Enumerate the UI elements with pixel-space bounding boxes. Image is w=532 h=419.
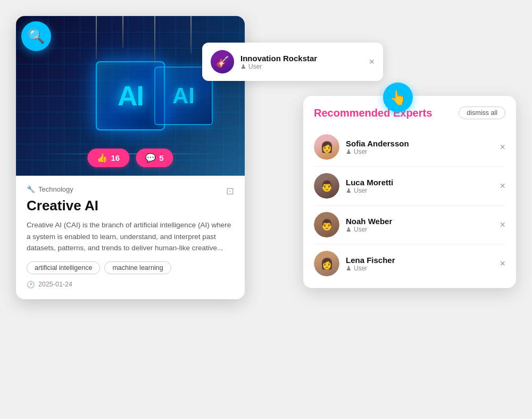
expert-info-sofia: Sofia Andersson ♟ User — [346, 139, 493, 155]
article-excerpt: Creative AI (CAI) is the branch of artif… — [27, 219, 234, 254]
expert-avatar-sofia: 👩 — [314, 134, 339, 160]
panel-title: Recommended Experts — [314, 107, 432, 119]
expert-role: ♟ User — [346, 148, 493, 155]
user-avatar: 🎸 — [211, 50, 234, 73]
article-title: Creative AI — [27, 198, 234, 214]
bookmark-icon[interactable]: ⊡ — [226, 185, 234, 197]
dismiss-expert-sofia[interactable]: × — [500, 142, 505, 152]
article-category: 🔧 Technology — [27, 185, 234, 193]
recommended-experts-panel: Recommended Experts dismiss all 👩 Sofia … — [303, 96, 516, 288]
search-icon: 🔍 — [28, 28, 45, 45]
article-tags: artificial intelligence machine learning — [27, 261, 234, 274]
user-info: Innovation Rockstar ♟ User — [240, 54, 362, 70]
wire-decoration — [154, 16, 155, 64]
user-role-icon: ♟ — [346, 226, 352, 233]
dismiss-all-button[interactable]: dismiss all — [459, 106, 505, 119]
user-role-icon: ♟ — [346, 148, 352, 155]
article-reactions: 👍 16 💬 5 — [87, 149, 173, 167]
hand-pointer-bubble: 👆 — [383, 83, 413, 112]
notification-close-button[interactable]: × — [369, 57, 375, 67]
article-body: ⊡ 🔧 Technology Creative AI Creative AI (… — [16, 176, 245, 299]
expert-item-lena: 👩 Lena Fischer ♟ User × — [314, 244, 505, 283]
expert-role: ♟ User — [346, 226, 493, 233]
avatar-image: 👨 — [314, 212, 339, 237]
expert-item-noah: 👨 Noah Weber ♟ User × — [314, 206, 505, 244]
expert-info-noah: Noah Weber ♟ User — [346, 217, 493, 233]
expert-info-lena: Lena Fischer ♟ User — [346, 256, 493, 272]
expert-name: Noah Weber — [346, 217, 493, 226]
expert-name: Luca Moretti — [346, 178, 493, 187]
expert-item-sofia: 👩 Sofia Andersson ♟ User × — [314, 128, 505, 167]
like-button[interactable]: 👍 16 — [87, 149, 129, 167]
clock-icon: 🕐 — [27, 281, 35, 289]
expert-avatar-lena: 👩 — [314, 251, 339, 276]
avatar-image: 👩 — [314, 134, 339, 160]
dismiss-expert-noah[interactable]: × — [500, 220, 505, 229]
dismiss-expert-luca[interactable]: × — [500, 181, 505, 191]
comment-icon: 💬 — [145, 153, 156, 163]
wire-decoration — [122, 16, 123, 48]
expert-avatar-noah: 👨 — [314, 212, 339, 237]
user-role-icon: ♟ — [240, 63, 246, 70]
expert-role: ♟ User — [346, 187, 493, 194]
search-bubble[interactable]: 🔍 — [21, 21, 51, 51]
tag-ai[interactable]: artificial intelligence — [27, 261, 100, 274]
hand-icon: 👆 — [389, 89, 406, 106]
user-role-label: ♟ User — [240, 63, 362, 70]
expert-role: ♟ User — [346, 265, 493, 272]
comment-count: 5 — [159, 153, 163, 162]
tag-ml[interactable]: machine learning — [104, 261, 171, 274]
article-date: 🕐 2025-01-24 — [27, 281, 234, 289]
expert-item-luca: 👨 Luca Moretti ♟ User × — [314, 167, 505, 206]
expert-avatar-luca: 👨 — [314, 173, 339, 199]
wire-decoration — [190, 16, 192, 53]
wrench-icon: 🔧 — [27, 185, 35, 193]
panel-header: Recommended Experts dismiss all — [314, 106, 505, 119]
user-name: Innovation Rockstar — [240, 54, 362, 63]
dismiss-expert-lena[interactable]: × — [500, 259, 505, 268]
avatar-image: 👩 — [314, 251, 339, 276]
avatar-image: 🎸 — [211, 50, 234, 73]
expert-name: Sofia Andersson — [346, 139, 493, 148]
user-role-icon: ♟ — [346, 187, 352, 194]
comment-button[interactable]: 💬 5 — [136, 149, 173, 167]
like-icon: 👍 — [97, 153, 107, 163]
expert-name: Lena Fischer — [346, 256, 493, 265]
expert-info-luca: Luca Moretti ♟ User — [346, 178, 493, 194]
user-role-icon: ♟ — [346, 265, 352, 272]
avatar-image: 👨 — [314, 173, 339, 199]
user-notification-card: 🎸 Innovation Rockstar ♟ User × — [202, 43, 383, 81]
wire-decoration — [96, 16, 97, 59]
like-count: 16 — [111, 153, 120, 162]
